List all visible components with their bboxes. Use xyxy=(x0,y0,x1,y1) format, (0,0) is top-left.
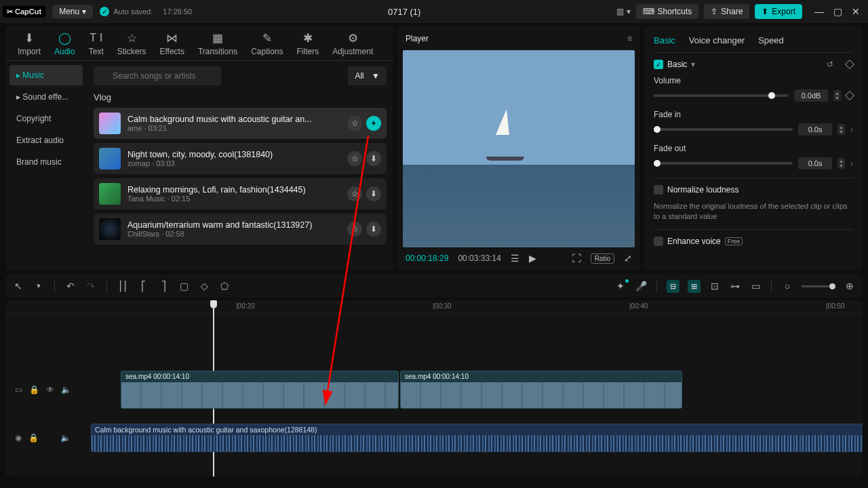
music-track-item[interactable]: Relaxing mornings, Lofi, rain, fashion(1… xyxy=(94,178,387,209)
video-preview[interactable] xyxy=(403,50,635,247)
captions-icon: ✎ xyxy=(262,31,272,45)
music-track-item[interactable]: Night town, city, moody, cool(1381840)zo… xyxy=(94,143,387,174)
player-panel: Player ≡ 00:00:18:29 00:03:33:14 ☰ ▶ ⛶ R… xyxy=(397,26,640,270)
download-button[interactable]: ⬇ xyxy=(366,222,381,237)
chevron-down-icon[interactable]: ▼ xyxy=(33,283,45,289)
inspector-tab-voice-changer[interactable]: Voice changer xyxy=(689,35,745,45)
magic-icon[interactable]: ✦ xyxy=(614,281,627,291)
zoom-in-icon[interactable]: ⊕ xyxy=(844,281,856,291)
download-button[interactable]: ⬇ xyxy=(366,186,381,201)
inspector-tab-basic[interactable]: Basic xyxy=(654,35,675,45)
chevron-down-icon[interactable]: ▾ xyxy=(691,60,695,69)
autosave-status: ✓ Auto saved: 17:26:50 xyxy=(100,7,192,16)
mute-icon[interactable]: 🔈 xyxy=(61,385,71,394)
keyframe-icon[interactable] xyxy=(845,60,854,69)
volume-stepper[interactable]: ▲▼ xyxy=(833,90,841,101)
fadeout-stepper[interactable]: ▲▼ xyxy=(837,158,845,169)
mute-icon[interactable]: 🔈 xyxy=(60,433,71,443)
tab-captions[interactable]: ✎Captions xyxy=(244,26,290,60)
sidebar-item-4[interactable]: Brand music xyxy=(9,152,83,172)
fadein-value[interactable]: 0.0s xyxy=(798,123,832,136)
zoom-out-icon[interactable]: ○ xyxy=(781,281,793,291)
favorite-button[interactable]: ☆ xyxy=(347,116,362,131)
share-button[interactable]: ⇪Share xyxy=(704,4,749,19)
snap-icon-1[interactable]: ⊟ xyxy=(667,280,679,293)
video-clip[interactable]: sea.mp4 00:00:14:10 xyxy=(400,371,682,409)
play-button[interactable]: ▶ xyxy=(529,253,536,264)
sidebar-item-3[interactable]: Extract audio xyxy=(9,130,83,150)
volume-slider[interactable] xyxy=(654,94,789,97)
enhance-checkbox[interactable] xyxy=(654,237,663,246)
split-button[interactable]: ⎮⎮ xyxy=(117,281,129,291)
crop-icon[interactable]: ⛶ xyxy=(572,253,581,264)
trim-left-button[interactable]: ⎡ xyxy=(137,281,149,291)
close-button[interactable]: ✕ xyxy=(852,6,860,17)
download-button[interactable]: ⬇ xyxy=(366,151,381,166)
undo-button[interactable]: ↶ xyxy=(64,281,77,291)
volume-value[interactable]: 0.0dB xyxy=(794,89,828,102)
lock-icon[interactable]: 🔒 xyxy=(28,433,39,443)
ratio-button[interactable]: Ratio xyxy=(591,253,614,264)
sidebar-item-0[interactable]: ▸ Music xyxy=(9,65,83,85)
basic-checkbox[interactable]: ✓ xyxy=(654,60,663,69)
project-title: 0717 (1) xyxy=(199,7,610,17)
tab-stickers[interactable]: ☆Stickers xyxy=(111,26,153,60)
flag-icon[interactable]: ⬠ xyxy=(218,281,231,291)
search-input[interactable] xyxy=(94,66,221,85)
keyframe-icon[interactable] xyxy=(845,91,854,100)
favorite-button[interactable]: ☆ xyxy=(347,186,362,201)
eye-icon[interactable]: 👁 xyxy=(46,385,54,394)
link-icon[interactable]: ⊶ xyxy=(729,281,741,291)
trim-right-button[interactable]: ⎤ xyxy=(157,281,170,291)
fadeout-slider[interactable] xyxy=(654,162,793,165)
marker-icon[interactable]: ◇ xyxy=(198,281,210,291)
lock-icon[interactable]: 🔒 xyxy=(29,385,39,394)
delete-button[interactable]: ▢ xyxy=(178,281,190,291)
timeline-ruler[interactable]: |00:20|00:30|00:40|00:50 xyxy=(5,300,863,314)
music-track-item[interactable]: Aquarium/terrarium warm and fantastic(13… xyxy=(94,214,387,245)
fadein-stepper[interactable]: ▲▼ xyxy=(837,124,845,135)
tab-effects[interactable]: ⋈Effects xyxy=(153,26,191,60)
fadeout-value[interactable]: 0.0s xyxy=(798,157,832,169)
pointer-tool[interactable]: ↖ xyxy=(12,281,24,291)
menu-button[interactable]: Menu▾ xyxy=(52,5,93,18)
mic-icon[interactable]: 🎤 xyxy=(635,281,647,291)
chevron-right-icon[interactable]: › xyxy=(850,159,853,168)
video-clip[interactable]: sea.mp4 00:00:14:10 xyxy=(121,371,399,409)
zoom-slider[interactable] xyxy=(802,285,835,287)
minimize-button[interactable]: — xyxy=(814,6,824,17)
track-title: Relaxing mornings, Lofi, rain, fashion(1… xyxy=(127,185,340,195)
audio-clip[interactable]: Calm background music with acoustic guit… xyxy=(91,424,863,452)
shortcuts-button[interactable]: ⌨Shortcuts xyxy=(636,4,699,19)
fadein-slider[interactable] xyxy=(654,128,793,131)
favorite-button[interactable]: ☆ xyxy=(347,222,362,237)
maximize-button[interactable]: ▢ xyxy=(833,6,842,17)
player-menu-icon[interactable]: ≡ xyxy=(627,34,632,43)
list-icon[interactable]: ☰ xyxy=(511,253,519,264)
add-to-track-button[interactable]: + xyxy=(366,116,381,131)
tab-adjustment[interactable]: ⚙Adjustment xyxy=(326,26,380,60)
favorite-button[interactable]: ☆ xyxy=(347,151,362,166)
inspector-tab-speed[interactable]: Speed xyxy=(758,35,784,45)
redo-button[interactable]: ↷ xyxy=(85,281,97,291)
sidebar-item-2[interactable]: Copyright xyxy=(9,108,83,129)
layout-icon[interactable]: ▥ ▾ xyxy=(616,7,630,16)
reset-icon[interactable]: ↺ xyxy=(827,60,833,69)
snap-icon-2[interactable]: ⊞ xyxy=(688,280,701,293)
music-track-item[interactable]: Calm background music with acoustic guit… xyxy=(94,108,387,139)
fullscreen-icon[interactable]: ⤢ xyxy=(624,253,632,264)
filter-all-button[interactable]: All ▼ xyxy=(348,66,387,85)
sidebar-item-1[interactable]: ▸ Sound effe... xyxy=(9,87,83,107)
normalize-checkbox[interactable] xyxy=(654,185,663,195)
preview-icon[interactable]: ▭ xyxy=(749,281,762,291)
tab-import[interactable]: ⬇Import xyxy=(11,26,47,60)
export-button[interactable]: ⬆Export xyxy=(755,4,802,19)
chevron-right-icon[interactable]: › xyxy=(850,125,853,134)
tab-text[interactable]: T IText xyxy=(82,26,111,60)
track-title: Night town, city, moody, cool(1381840) xyxy=(127,150,340,159)
share-icon: ⇪ xyxy=(711,7,717,16)
tab-filters[interactable]: ✱Filters xyxy=(290,26,326,60)
magnet-icon[interactable]: ⊡ xyxy=(709,281,721,291)
tab-audio[interactable]: ◯Audio xyxy=(47,26,82,60)
tab-transitions[interactable]: ▦Transitions xyxy=(191,26,244,60)
